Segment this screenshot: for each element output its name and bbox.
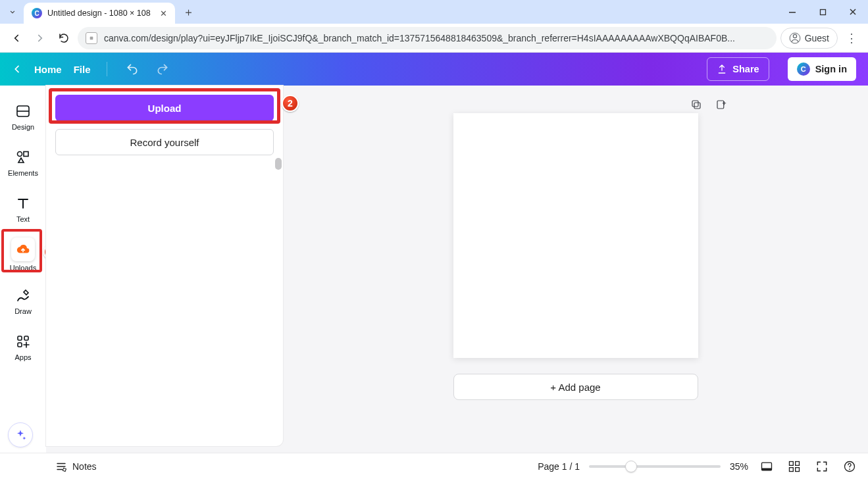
rail-elements[interactable]: Elements [3, 139, 43, 186]
help-button[interactable] [840, 457, 859, 476]
svg-rect-9 [18, 343, 22, 347]
design-page-1[interactable] [453, 113, 698, 358]
window-minimize-button[interactable] [777, 0, 807, 24]
window-close-button[interactable] [838, 0, 868, 24]
tab-search-button[interactable] [4, 3, 21, 20]
undo-button[interactable] [123, 60, 141, 78]
rail-text[interactable]: Text [3, 186, 43, 232]
home-button[interactable]: Home [34, 64, 62, 75]
notes-label: Notes [72, 461, 97, 472]
record-label: Record yourself [130, 137, 199, 148]
arrow-left-icon [11, 32, 22, 44]
text-icon [14, 194, 32, 213]
new-tab-button[interactable]: ＋ [179, 3, 197, 21]
undo-icon [126, 63, 139, 76]
tab-close-button[interactable]: ✕ [160, 9, 167, 18]
url-text: canva.com/design/play?ui=eyJFljp7IkE_Ijo… [104, 33, 769, 43]
browser-tab[interactable]: C Untitled design - 1080 × 108 ✕ [24, 3, 175, 24]
svg-rect-6 [24, 152, 28, 157]
arrow-right-icon [34, 32, 46, 44]
rail-label: Uploads [10, 264, 36, 272]
svg-rect-12 [717, 101, 724, 109]
panel-scrollbar-thumb[interactable] [275, 158, 282, 170]
reload-icon [58, 32, 70, 44]
rail-label: Apps [14, 353, 31, 361]
duplicate-icon [690, 99, 702, 111]
uploads-icon [14, 240, 32, 259]
uploads-panel: Upload Record yourself 2 [46, 86, 283, 446]
rail-design[interactable]: Design [3, 93, 43, 139]
svg-rect-17 [790, 467, 794, 471]
signin-button[interactable]: C Sign in [788, 57, 856, 81]
svg-rect-7 [18, 336, 22, 340]
profile-guest-button[interactable]: Guest [780, 28, 838, 49]
chevron-down-icon [8, 7, 17, 16]
svg-point-2 [793, 34, 796, 38]
window-maximize-button[interactable] [807, 0, 838, 24]
person-icon [789, 32, 801, 44]
header-back-button[interactable] [12, 64, 22, 74]
add-page-label: + Add page [550, 382, 600, 393]
zoom-percent[interactable]: 35% [730, 461, 748, 472]
nav-forward-button[interactable] [30, 28, 50, 48]
window-controls [777, 0, 868, 24]
profile-label: Guest [805, 33, 829, 43]
design-icon [14, 102, 32, 120]
nav-reload-button[interactable] [54, 28, 74, 48]
svg-rect-11 [694, 103, 700, 109]
svg-point-5 [18, 152, 22, 157]
page-indicator[interactable]: Page 1 / 1 [538, 461, 580, 472]
app-header: Home File Share C Sign in [0, 53, 868, 86]
rail-uploads[interactable]: Uploads [3, 232, 43, 278]
rail-label: Text [16, 215, 30, 223]
page-view-button[interactable] [757, 457, 776, 476]
home-label: Home [34, 64, 62, 75]
zoom-slider[interactable] [589, 465, 721, 468]
browser-menu-button[interactable]: ⋮ [842, 28, 861, 48]
rail-draw[interactable]: Draw [3, 278, 43, 324]
svg-rect-18 [796, 467, 800, 471]
notes-button[interactable]: Notes [55, 461, 97, 472]
redo-icon [156, 63, 169, 76]
canva-logo-icon: C [797, 63, 810, 76]
file-menu-button[interactable]: File [74, 64, 91, 75]
chevron-left-icon [12, 64, 22, 74]
browser-toolbar: canva.com/design/play?ui=eyJFljp7IkE_Ijo… [0, 24, 868, 53]
address-bar[interactable]: canva.com/design/play?ui=eyJFljp7IkE_Ijo… [78, 27, 777, 49]
upload-icon [717, 64, 727, 74]
share-button[interactable]: Share [707, 57, 769, 81]
add-page-button[interactable]: + Add page [453, 374, 698, 400]
zoom-slider-thumb[interactable] [625, 461, 637, 472]
nav-back-button[interactable] [7, 28, 26, 48]
duplicate-page-button[interactable] [688, 96, 705, 113]
redo-button[interactable] [153, 60, 172, 78]
notes-icon [55, 461, 67, 472]
svg-rect-16 [796, 461, 800, 465]
grid-view-button[interactable] [785, 457, 804, 476]
tab-title: Untitled design - 1080 × 108 [47, 9, 155, 18]
canvas-area[interactable]: + Add page [283, 86, 868, 453]
canva-favicon-icon: C [32, 8, 42, 18]
elements-icon [14, 148, 32, 166]
file-label: File [74, 64, 91, 75]
minimize-icon [788, 8, 796, 16]
share-label: Share [732, 64, 759, 74]
maximize-icon [819, 9, 827, 16]
assist-button[interactable] [8, 422, 33, 447]
rail-apps[interactable]: Apps [3, 324, 43, 370]
rail-label: Draw [14, 307, 32, 315]
fullscreen-button[interactable] [813, 457, 831, 476]
add-page-icon-button[interactable] [713, 96, 730, 113]
draw-icon [14, 286, 32, 305]
rail-label: Elements [8, 169, 38, 177]
upload-button[interactable]: Upload [55, 95, 274, 121]
canvas-top-tools [688, 96, 730, 113]
rail-label: Design [12, 123, 34, 131]
help-icon [843, 460, 856, 473]
svg-rect-14 [762, 468, 772, 470]
sparkle-icon [14, 428, 27, 441]
record-yourself-button[interactable]: Record yourself [55, 129, 274, 155]
site-settings-icon[interactable] [86, 32, 97, 44]
upload-label: Upload [148, 103, 182, 114]
svg-rect-0 [789, 12, 796, 13]
